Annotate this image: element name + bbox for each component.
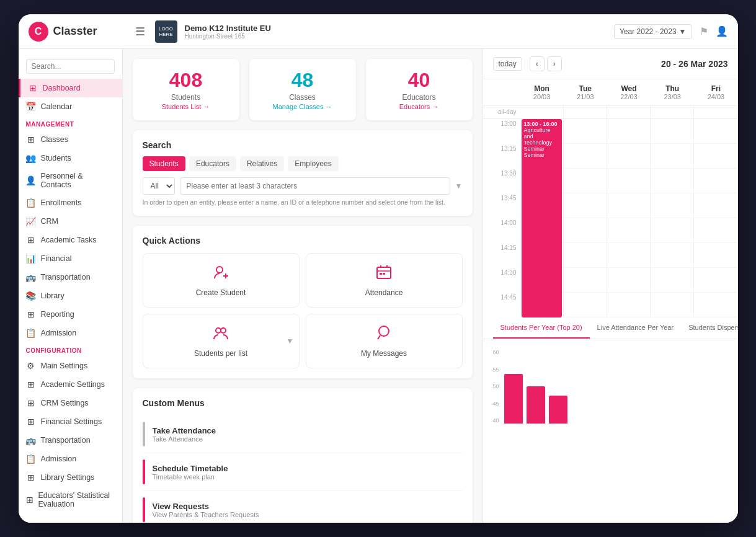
sidebar-search-area	[19, 54, 122, 79]
menu-item-schedule-timetable[interactable]: Schedule Timetable Timetable week plan	[143, 453, 463, 491]
search-tab-employees[interactable]: Employees	[288, 156, 338, 171]
custom-menus-section: Custom Menus Take Attendance Take Attend…	[133, 388, 473, 523]
allday-cell-wed	[607, 106, 651, 118]
sidebar-item-main-settings[interactable]: ⚙ Main Settings	[19, 357, 122, 375]
admission-icon: 📋	[26, 328, 36, 338]
app-logo-icon: C	[29, 22, 48, 42]
sidebar-item-academic-settings[interactable]: ⊞ Academic Settings	[19, 375, 122, 394]
calendar-date-range: 20 - 26 Mar 2023	[661, 59, 727, 69]
today-button[interactable]: today	[493, 57, 522, 71]
sidebar-item-calendar[interactable]: 📅 Calendar	[19, 97, 122, 116]
sidebar-item-financial[interactable]: 📊 Financial	[19, 249, 122, 268]
cal-day-fri: Fri 24/03	[694, 79, 737, 105]
my-messages-label: My Messages	[361, 349, 407, 358]
crm-settings-icon: ⊞	[26, 398, 36, 408]
chart-tab-gender-dispersion[interactable]: Students Dispersion by Gender	[681, 317, 737, 339]
cal-day-tue: Tue 21/03	[564, 79, 607, 105]
sidebar-item-financial-settings[interactable]: ⊞ Financial Settings	[19, 412, 122, 431]
calendar-nav: ‹ ›	[530, 56, 562, 71]
sidebar-item-library-settings[interactable]: ⊞ Library Settings	[19, 468, 122, 487]
classes-link[interactable]: Manage Classes →	[259, 103, 346, 110]
action-attendance[interactable]: Attendance	[306, 253, 463, 308]
search-tab-educators[interactable]: Educators	[189, 156, 236, 171]
actions-grid: Create Student	[143, 253, 463, 368]
search-input-row: All ▼	[143, 177, 463, 195]
content-inner: 408 Students Students List → 48 Classes …	[123, 49, 738, 523]
sidebar-item-reporting[interactable]: ⊞ Reporting	[19, 305, 122, 324]
search-select[interactable]: All	[143, 177, 175, 195]
sidebar-item-dashboard[interactable]: ⊞ Dashboard	[19, 79, 122, 97]
stat-card-classes: 48 Classes Manage Classes →	[249, 59, 356, 120]
educators-count: 40	[376, 69, 463, 92]
flag-icon[interactable]: ⚑	[700, 25, 708, 37]
sidebar-item-admission[interactable]: 📋 Admission	[19, 324, 122, 342]
configuration-section-label: CONFIGURATION	[19, 342, 122, 357]
right-panel: today ‹ › 20 - 26 Mar 2023 Mon 20/03	[483, 49, 738, 523]
menu-bar-take-attendance	[143, 422, 145, 446]
sidebar-item-classes[interactable]: ⊞ Classes	[19, 130, 122, 149]
stat-card-students: 408 Students Students List →	[133, 59, 239, 120]
school-address: Huntington Street 165	[185, 33, 271, 40]
sidebar-item-educators-eval[interactable]: ⊞ Educators' Statistical Evaluation	[19, 487, 122, 513]
calendar-event[interactable]: 13:00 - 16:00 Agriculture and Technology…	[522, 119, 562, 317]
action-create-student[interactable]: Create Student	[143, 253, 300, 308]
educators-link[interactable]: Educators →	[376, 103, 463, 110]
personnel-icon: 👤	[26, 175, 36, 185]
students-link[interactable]: Students List →	[143, 103, 229, 110]
sidebar: ⊞ Dashboard 📅 Calendar MANAGEMENT ⊞ Clas…	[19, 49, 123, 523]
sidebar-item-transportation[interactable]: 🚌 Transportation	[19, 268, 122, 286]
prev-week-button[interactable]: ‹	[530, 56, 545, 71]
chart-tab-students-per-year[interactable]: Students Per Year (Top 20)	[493, 317, 590, 339]
enrollments-icon: 📋	[26, 198, 36, 208]
svg-point-9	[216, 328, 221, 333]
cal-day-mon: Mon 20/03	[520, 79, 564, 105]
students-list-dropdown-arrow: ▼	[287, 337, 294, 345]
search-tab-relatives[interactable]: Relatives	[240, 156, 284, 171]
students-count: 408	[143, 69, 229, 92]
sidebar-item-library[interactable]: 📚 Library	[19, 286, 122, 305]
main-settings-icon: ⚙	[26, 361, 36, 371]
sidebar-item-admission-config[interactable]: 📋 Admission	[19, 450, 122, 468]
user-menu-icon[interactable]: 👤	[716, 25, 728, 37]
action-students-per-list[interactable]: Students per list ▼	[143, 314, 300, 368]
sidebar-item-crm-settings[interactable]: ⊞ CRM Settings	[19, 394, 122, 412]
students-label: Students	[143, 93, 229, 102]
sidebar-item-crm[interactable]: 📈 CRM	[19, 212, 122, 231]
allday-cell-fri	[694, 106, 737, 118]
sidebar-item-transportation-config[interactable]: 🚌 Transportation	[19, 431, 122, 450]
school-logo: LOGOHERE	[155, 20, 177, 43]
financial-settings-icon: ⊞	[26, 417, 36, 427]
top-bar-right: Year 2022 - 2023 ▼ ⚑ 👤	[614, 24, 728, 39]
sidebar-item-personnel[interactable]: 👤 Personnel & Contacts	[19, 167, 122, 193]
search-input[interactable]	[180, 177, 450, 195]
sidebar-search-input[interactable]	[26, 59, 115, 74]
sidebar-item-enrollments[interactable]: 📋 Enrollments	[19, 193, 122, 212]
calendar-body: 13:00 13:15 13:30 13:45 14:00 14:15 14:3…	[483, 119, 738, 317]
quick-actions-title: Quick Actions	[143, 236, 463, 246]
educators-eval-icon: ⊞	[26, 495, 33, 505]
classes-icon: ⊞	[26, 135, 36, 144]
cal-day-wed: Wed 22/03	[607, 79, 651, 105]
school-info: Demo K12 Institute EU Huntington Street …	[185, 24, 271, 40]
library-icon: 📚	[26, 291, 36, 301]
create-student-label: Create Student	[196, 288, 246, 297]
menu-bar-schedule-timetable	[143, 459, 145, 484]
calendar-columns: 13:00 - 16:00 Agriculture and Technology…	[520, 119, 738, 317]
hamburger-menu[interactable]: ☰	[135, 25, 145, 38]
logo-area: C Classter	[29, 22, 128, 42]
chart-tab-live-attendance[interactable]: Live Attendance Per Year	[590, 317, 682, 339]
sidebar-item-academic-tasks[interactable]: ⊞ Academic Tasks	[19, 231, 122, 249]
search-tab-students[interactable]: Students	[143, 156, 185, 171]
bar-3	[549, 396, 567, 424]
cal-col-tue	[564, 119, 607, 317]
cal-day-thu: Thu 23/03	[651, 79, 694, 105]
sidebar-item-students[interactable]: 👥 Students	[19, 149, 122, 167]
action-my-messages[interactable]: My Messages	[306, 314, 463, 368]
menu-item-take-attendance[interactable]: Take Attendance Take Attendance	[143, 415, 463, 453]
attendance-icon	[375, 264, 393, 285]
year-selector[interactable]: Year 2022 - 2023 ▼	[614, 24, 692, 39]
menu-title-take-attendance: Take Attendance	[153, 426, 216, 435]
cal-col-fri	[694, 119, 737, 317]
next-week-button[interactable]: ›	[547, 56, 562, 71]
menu-item-view-requests[interactable]: View Requests View Parents & Teachers Re…	[143, 491, 463, 523]
